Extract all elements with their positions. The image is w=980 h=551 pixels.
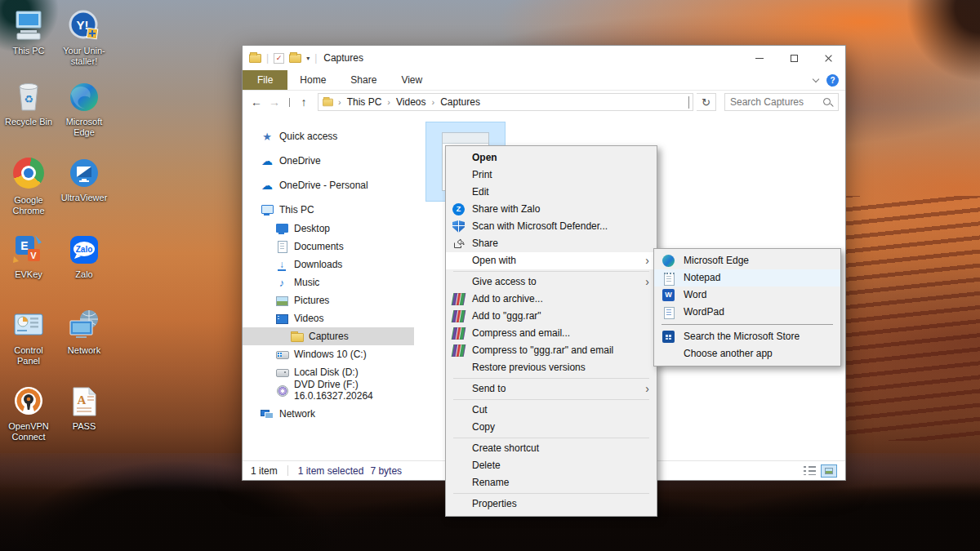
submenu-item-search-microsoft-store[interactable]: Search the Microsoft Store — [654, 328, 840, 345]
sidebar-item-videos[interactable]: Videos — [243, 309, 414, 327]
desktop-icon-label: Recycle Bin — [2, 117, 56, 127]
large-icons-view-icon[interactable] — [821, 464, 837, 478]
back-button[interactable]: ← — [249, 96, 264, 109]
desktop-icon-recycle-bin[interactable]: ♻ Recycle Bin — [2, 79, 56, 127]
properties-icon[interactable]: ✓ — [274, 53, 284, 64]
forward-button[interactable]: → — [267, 96, 282, 109]
status-divider — [287, 465, 288, 476]
desktop-icon-your-uninstaller[interactable]: Y! Your Unin-staller! — [57, 8, 111, 67]
menu-item-rename[interactable]: Rename — [446, 474, 657, 491]
menu-item-edit[interactable]: Edit — [446, 184, 657, 201]
sidebar-item-captures[interactable]: Captures — [243, 327, 414, 345]
sidebar-item-onedrive[interactable]: ☁OneDrive — [243, 151, 414, 171]
sidebar-item-this-pc[interactable]: This PC — [243, 200, 414, 220]
menu-item-create-shortcut[interactable]: Create shortcut — [446, 440, 657, 457]
submenu-item-label: Microsoft Edge — [684, 255, 749, 266]
menu-item-add-to-archive[interactable]: Add to archive... — [446, 291, 657, 308]
tab-view[interactable]: View — [389, 70, 434, 90]
close-button[interactable] — [811, 46, 845, 70]
sidebar-item-desktop[interactable]: Desktop — [243, 220, 414, 238]
desktop-icon-openvpn-connect[interactable]: OpenVPN Connect — [2, 384, 56, 442]
sidebar-item-pictures[interactable]: Pictures — [243, 291, 414, 309]
minimize-button[interactable] — [742, 46, 777, 70]
menu-item-give-access-to[interactable]: Give access to› — [446, 273, 657, 291]
maximize-button[interactable] — [777, 46, 811, 70]
submenu-item-choose-another-app[interactable]: Choose another app — [654, 345, 840, 362]
desktop-icon-zalo[interactable]: Zalo Zalo — [57, 232, 111, 280]
sidebar-item-label: Videos — [294, 313, 323, 324]
microsoft-edge-icon — [66, 79, 102, 115]
refresh-button[interactable]: ↻ — [697, 93, 716, 111]
breadcrumb-captures[interactable]: Captures — [439, 96, 482, 108]
qat-dropdown-icon[interactable]: ▾ — [306, 55, 310, 62]
menu-item-delete[interactable]: Delete — [446, 457, 657, 474]
minimize-icon — [755, 58, 764, 59]
menu-item-share[interactable]: Share — [446, 235, 657, 252]
cloud-icon: ☁ — [261, 154, 274, 167]
desktop-icon-label: Control Panel — [2, 345, 56, 367]
submenu-item-wordpad[interactable]: WordPad — [654, 304, 840, 321]
desktop-icon-evkey[interactable]: EV EVKey — [2, 232, 56, 280]
sidebar-item-dvd-drive-f[interactable]: DVD Drive (F:) 16.0.16327.20264 — [243, 381, 414, 399]
desktop-icon-google-chrome[interactable]: Google Chrome — [2, 155, 56, 216]
menu-item-add-to-ggg-rar[interactable]: Add to "ggg.rar" — [446, 308, 657, 325]
breadcrumb[interactable]: › This PC › Videos › Captures — [318, 93, 693, 111]
menu-item-send-to[interactable]: Send to› — [446, 380, 657, 398]
sidebar-item-downloads[interactable]: ↓Downloads — [243, 256, 414, 273]
desktop-wallpaper: This PC Y! Your Unin-staller! ♻ Recycle … — [0, 0, 980, 551]
menu-item-properties[interactable]: Properties — [446, 495, 657, 513]
menu-item-restore-previous-versions[interactable]: Restore previous versions — [446, 359, 657, 376]
sidebar-item-quick-access[interactable]: ★Quick access — [243, 127, 414, 146]
video-icon — [275, 312, 288, 325]
menu-item-compress-and-email[interactable]: Compress and email... — [446, 325, 657, 342]
desktop-icon-network[interactable]: Network — [57, 308, 111, 356]
new-folder-icon[interactable] — [289, 54, 301, 63]
submenu-item-notepad[interactable]: Notepad — [654, 269, 840, 287]
sidebar-item-windows-10-c[interactable]: Windows 10 (C:) — [243, 345, 414, 363]
maximize-icon — [791, 55, 798, 62]
menu-item-compress-to-ggg-rar-and-email[interactable]: Compress to "ggg.rar" and email — [446, 342, 657, 359]
sidebar-item-label: Network — [279, 408, 315, 420]
tab-file[interactable]: File — [243, 70, 287, 90]
submenu-item-microsoft-edge[interactable]: Microsoft Edge — [654, 252, 840, 269]
desktop-icon-microsoft-edge[interactable]: Microsoft Edge — [57, 79, 111, 138]
address-dropdown-icon[interactable] — [688, 96, 689, 108]
up-button[interactable]: ↑ — [296, 96, 311, 109]
menu-item-label: Compress and email... — [472, 327, 570, 339]
microsoft-store-icon — [662, 331, 675, 343]
submenu-item-word[interactable]: Word — [654, 287, 840, 304]
desktop-icon-this-pc[interactable]: This PC — [2, 8, 56, 56]
help-icon[interactable]: ? — [826, 74, 839, 87]
details-view-icon[interactable] — [804, 465, 816, 476]
menu-item-print[interactable]: Print — [446, 167, 657, 184]
menu-item-label: Cut — [472, 404, 488, 415]
menu-item-cut[interactable]: Cut — [446, 402, 657, 419]
menu-item-open-with[interactable]: Open with› — [446, 252, 657, 269]
tab-home[interactable]: Home — [287, 70, 338, 90]
close-icon — [824, 54, 833, 63]
navigation-pane: ★Quick access ☁OneDrive ☁OneDrive - Pers… — [243, 113, 414, 460]
menu-item-scan-with-defender[interactable]: Scan with Microsoft Defender... — [446, 218, 657, 235]
menu-item-copy[interactable]: Copy — [446, 419, 657, 436]
svg-text:Y!: Y! — [77, 18, 89, 32]
winrar-icon — [452, 344, 466, 357]
menu-item-open[interactable]: Open — [446, 149, 657, 167]
sidebar-item-onedrive-personal[interactable]: ☁OneDrive - Personal — [243, 176, 414, 195]
menu-item-label: Edit — [472, 186, 489, 198]
breadcrumb-videos[interactable]: Videos — [394, 96, 427, 108]
recent-locations-icon[interactable] — [285, 98, 293, 106]
breadcrumb-this-pc[interactable]: This PC — [345, 96, 384, 108]
desktop-icon-ultraviewer[interactable]: UltraViewer — [57, 155, 111, 203]
menu-item-share-with-zalo[interactable]: Share with Zalo — [446, 201, 657, 218]
sidebar-item-network[interactable]: Network — [243, 404, 414, 424]
system-drive-icon — [275, 348, 288, 361]
search-input[interactable] — [725, 96, 822, 108]
desktop-icon-pass[interactable]: A PASS — [57, 384, 111, 432]
tab-share[interactable]: Share — [338, 70, 389, 90]
expand-ribbon-icon[interactable] — [813, 75, 819, 82]
sidebar-item-music[interactable]: ♪Music — [243, 273, 414, 291]
search-icon[interactable] — [822, 97, 833, 108]
dvd-icon — [275, 384, 288, 397]
desktop-icon-control-panel[interactable]: Control Panel — [2, 308, 56, 367]
sidebar-item-documents[interactable]: Documents — [243, 238, 414, 256]
